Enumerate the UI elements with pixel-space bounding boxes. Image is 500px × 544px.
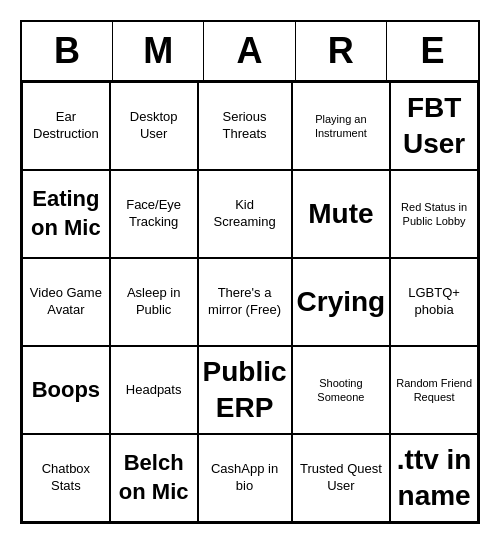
bingo-cell: Mute — [292, 170, 391, 258]
bingo-cell: Boops — [22, 346, 110, 434]
bingo-cell: Kid Screaming — [198, 170, 292, 258]
bingo-cell: Desktop User — [110, 82, 198, 170]
bingo-cell: Serious Threats — [198, 82, 292, 170]
bingo-cell: Headpats — [110, 346, 198, 434]
bingo-cell: Crying — [292, 258, 391, 346]
bingo-cell: Belch on Mic — [110, 434, 198, 522]
bingo-grid: Ear DestructionDesktop UserSerious Threa… — [22, 82, 478, 522]
bingo-cell: Public ERP — [198, 346, 292, 434]
bingo-cell: FBT User — [390, 82, 478, 170]
bingo-cell: .ttv in name — [390, 434, 478, 522]
header-letter: B — [22, 22, 113, 80]
bingo-cell: LGBTQ+ phobia — [390, 258, 478, 346]
bingo-cell: Random Friend Request — [390, 346, 478, 434]
bingo-cell: There's a mirror (Free) — [198, 258, 292, 346]
bingo-cell: CashApp in bio — [198, 434, 292, 522]
bingo-cell: Video Game Avatar — [22, 258, 110, 346]
bingo-cell: Ear Destruction — [22, 82, 110, 170]
bingo-header: BMARE — [22, 22, 478, 82]
bingo-cell: Red Status in Public Lobby — [390, 170, 478, 258]
bingo-cell: Shooting Someone — [292, 346, 391, 434]
header-letter: E — [387, 22, 478, 80]
bingo-cell: Asleep in Public — [110, 258, 198, 346]
bingo-cell: Face/Eye Tracking — [110, 170, 198, 258]
bingo-cell: Eating on Mic — [22, 170, 110, 258]
header-letter: A — [204, 22, 295, 80]
bingo-cell: Trusted Quest User — [292, 434, 391, 522]
bingo-card: BMARE Ear DestructionDesktop UserSerious… — [20, 20, 480, 524]
bingo-cell: Playing an Instrument — [292, 82, 391, 170]
bingo-cell: Chatbox Stats — [22, 434, 110, 522]
header-letter: M — [113, 22, 204, 80]
header-letter: R — [296, 22, 387, 80]
